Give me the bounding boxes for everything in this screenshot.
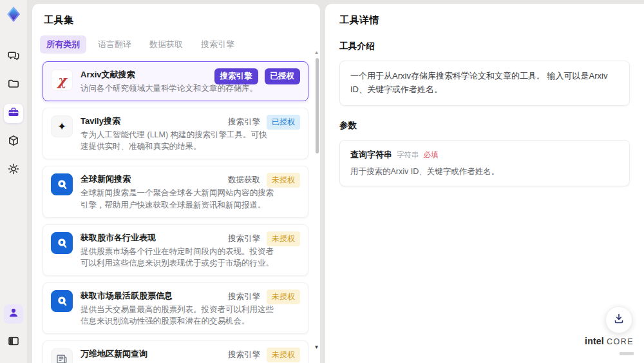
params-heading: 参数 [339, 120, 630, 132]
sidebar-item-tools[interactable] [4, 104, 23, 123]
category-tabs: 所有类别 语言翻译 数据获取 搜索引擎 [32, 26, 320, 60]
scrollbar-thumb[interactable] [316, 58, 319, 153]
sidebar-item-chat[interactable] [4, 47, 23, 66]
tool-auth-badge: 未授权 [267, 289, 300, 304]
param-name: 查询字符串 [350, 149, 392, 161]
category-tab[interactable]: 所有类别 [40, 35, 86, 54]
tool-card[interactable]: 全球新闻搜索 全球新闻搜索是一个聚合全球各大新闻网站内容的搜索引擎，帮助用户快速… [43, 166, 308, 217]
brand-core-text: core [607, 338, 634, 347]
tool-description: 全球新闻搜索是一个聚合全球各大新闻网站内容的搜索引擎，帮助用户快速获取全球最新资… [80, 187, 274, 210]
tool-description: 提供当天交易量最高的股票列表。投资者可以利用这些信息来识别流动性强的股票和潜在的… [80, 304, 274, 327]
cube-icon [7, 134, 20, 150]
tool-card[interactable]: 万维地区新闻查询 查询具体行政区划内的新闻，快速了解各地新闻动态。 搜索引擎 未… [43, 340, 308, 363]
category-tab[interactable]: 搜索引擎 [194, 35, 241, 54]
tool-category-badge: 搜索引擎 [228, 291, 260, 302]
sidebar-item-models[interactable] [4, 132, 23, 152]
workspace: 工具集 所有类别 语言翻译 数据获取 搜索引擎 χ Arxiv文献搜索 访问各个… [27, 0, 644, 363]
page-title: 工具集 [32, 4, 320, 26]
download-button[interactable] [605, 306, 632, 333]
sidebar-item-settings[interactable] [4, 161, 23, 180]
detail-panel: 工具详情 工具介绍 一个用于从Arxiv存储库搜索科学论文和文章的工具。 输入可… [325, 4, 644, 363]
tool-category-badge: 搜索引擎 [214, 68, 258, 84]
tool-card[interactable]: 获取市场最活跃股票信息 提供当天交易量最高的股票列表。投资者可以利用这些信息来识… [43, 282, 308, 334]
tool-list[interactable]: χ Arxiv文献搜索 访问各个研究领域大量科学论文和文章的存储库。 搜索引擎 … [32, 60, 320, 363]
briefcase-icon [7, 106, 20, 121]
sidebar-item-panel-toggle[interactable] [4, 333, 23, 352]
left-rail [0, 0, 27, 363]
main-panel: 工具集 所有类别 语言翻译 数据获取 搜索引擎 χ Arxiv文献搜索 访问各个… [32, 4, 320, 363]
tool-category-badge: 搜索引擎 [228, 233, 260, 244]
param-required-badge: 必填 [424, 150, 439, 160]
param-card: 查询字符串 字符串 必填 用于搜索的Arxiv ID、关键字或作者姓名。 [339, 140, 630, 186]
newspaper-icon [51, 348, 73, 363]
param-description: 用于搜索的Arxiv ID、关键字或作者姓名。 [350, 166, 619, 177]
tool-list-scrollbar[interactable]: ▲ ▼ [314, 4, 319, 363]
tavily-icon: ✦ [51, 115, 73, 137]
sidebar-item-files[interactable] [4, 75, 23, 95]
tool-description: 提供股票市场各个行业在特定时间段内的表现。投资者可以利用这些信息来识别表现优于或… [80, 246, 274, 269]
brand-chip [620, 352, 634, 355]
quark-search-icon [51, 173, 73, 195]
tool-card[interactable]: χ Arxiv文献搜索 访问各个研究领域大量科学论文和文章的存储库。 搜索引擎 … [43, 61, 308, 101]
quark-search-icon [51, 232, 73, 254]
arxiv-icon: χ [51, 69, 73, 91]
sidebar-item-user[interactable] [4, 304, 23, 324]
tool-category-badge: 搜索引擎 [228, 349, 260, 360]
intro-box: 一个用于从Arxiv存储库搜索科学论文和文章的工具。 输入可以是Arxiv ID… [339, 61, 630, 106]
scroll-up-arrow[interactable]: ▲ [314, 50, 319, 55]
folder-icon [7, 77, 20, 93]
panel-toggle-icon [7, 335, 20, 350]
chat-icon [7, 49, 20, 64]
tool-card[interactable]: ✦ Tavily搜索 专为人工智能代理 (LLM) 构建的搜索引擎工具。可快速提… [43, 108, 308, 159]
param-type: 字符串 [397, 150, 419, 160]
tool-auth-badge: 未授权 [267, 348, 300, 362]
gear-icon [7, 162, 20, 178]
intel-core-logo: intel core [585, 337, 634, 358]
tool-description: 专为人工智能代理 (LLM) 构建的搜索引擎工具。可快速提供实时、准确和真实的结… [80, 129, 274, 152]
brand-intel-text: intel [585, 337, 604, 346]
tool-auth-badge: 未授权 [267, 173, 300, 188]
tool-card[interactable]: 获取股市各行业表现 提供股票市场各个行业在特定时间段内的表现。投资者可以利用这些… [43, 224, 308, 276]
tool-auth-badge: 未授权 [267, 231, 300, 246]
tool-auth-badge: 已授权 [267, 115, 300, 130]
category-tab[interactable]: 数据获取 [143, 35, 189, 54]
category-tab[interactable]: 语言翻译 [91, 35, 138, 54]
detail-title: 工具详情 [339, 14, 630, 26]
tool-category-badge: 数据获取 [228, 175, 260, 186]
scroll-down-arrow[interactable]: ▼ [314, 345, 319, 350]
user-icon [7, 306, 20, 322]
download-icon [612, 312, 625, 328]
intro-text: 一个用于从Arxiv存储库搜索科学论文和文章的工具。 输入可以是Arxiv ID… [350, 70, 619, 97]
gem-logo-icon[interactable] [5, 5, 23, 23]
tool-category-badge: 搜索引擎 [228, 117, 260, 128]
intro-heading: 工具介绍 [339, 41, 630, 52]
tool-auth-badge: 已授权 [265, 68, 301, 84]
quark-search-icon [51, 290, 73, 312]
